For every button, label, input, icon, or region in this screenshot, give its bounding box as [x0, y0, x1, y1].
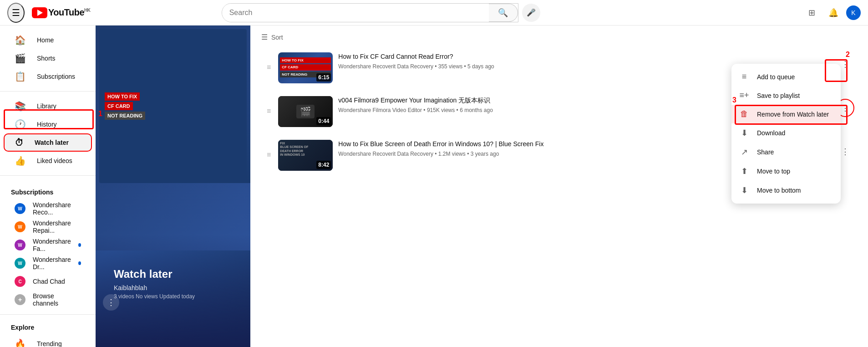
library-icon: 📚: [15, 101, 26, 112]
sidebar-item-subscriptions[interactable]: 📋 Subscriptions: [4, 67, 92, 86]
wondershare-reco-avatar: W: [15, 203, 25, 214]
youtube-logo[interactable]: YouTubeHK: [32, 7, 91, 18]
trending-icon: 🔥: [15, 338, 26, 347]
menu-item-remove-watch-later[interactable]: 🗑 Remove from Watch later: [731, 105, 841, 123]
sidebar-divider-1: [0, 91, 96, 92]
sidebar-item-liked-videos[interactable]: 👍 Liked videos: [4, 152, 92, 170]
video-thumb-1[interactable]: HOW TO FIX CF CARD NOT READING 6:15: [278, 52, 333, 83]
history-icon: 🕐: [15, 119, 26, 130]
new-indicator-2: [78, 261, 81, 265]
liked-videos-icon: 👍: [15, 155, 26, 166]
bell-icon: 🔔: [828, 8, 838, 18]
voice-search-button[interactable]: 🎤: [522, 4, 540, 22]
explore-title: Explore: [0, 320, 96, 335]
sidebar-item-watch-later[interactable]: ⏱ Watch later: [4, 133, 92, 152]
create-video-button[interactable]: ⊞: [802, 4, 821, 22]
playlist-video-thumb: HOW TO FIX CF CARD NOT READING: [96, 26, 250, 250]
sidebar-sub-wondershare-reco[interactable]: W Wondershare Reco...: [4, 199, 92, 218]
wondershare-fa-avatar: W: [15, 240, 25, 250]
sidebar-item-home[interactable]: 🏠 Home: [4, 31, 92, 49]
user-avatar[interactable]: K: [846, 5, 861, 20]
video-thumb-2[interactable]: 🎬 0:44: [278, 96, 333, 127]
playlist-author: Kaiblahblah: [114, 284, 232, 291]
menu-item-save-playlist[interactable]: ≡+ Save to playlist: [731, 86, 841, 105]
wondershare-repai-avatar: W: [15, 221, 25, 232]
video-duration-3: 8:42: [316, 161, 331, 169]
shorts-icon: 🎬: [15, 53, 26, 64]
move-top-icon: ⬆: [739, 166, 750, 176]
menu-item-share[interactable]: ↗ Share: [731, 143, 841, 162]
save-playlist-icon: ≡+: [739, 91, 750, 100]
download-icon: ⬇: [739, 128, 750, 138]
sidebar-item-trending[interactable]: 🔥 Trending: [4, 335, 92, 347]
search-bar: 🔍: [222, 3, 518, 22]
drag-handle-1[interactable]: ≡: [265, 63, 273, 71]
youtube-logo-icon: [32, 7, 47, 18]
video-title-1: How to Fix CF Card Cannot Read Error?: [338, 52, 832, 61]
sidebar-sub-wondershare-fa[interactable]: W Wondershare Fa...: [4, 236, 92, 254]
search-button[interactable]: 🔍: [489, 4, 518, 22]
subscriptions-section-title: Subscriptions: [0, 181, 96, 199]
sidebar: 🏠 Home 🎬 Shorts 📋 Subscriptions 📚 Librar…: [0, 26, 96, 347]
home-icon: 🏠: [15, 35, 26, 46]
sidebar-sub-wondershare-dr[interactable]: W Wondershare Dr...: [4, 254, 92, 272]
menu-item-move-top[interactable]: ⬆ Move to top: [731, 162, 841, 181]
drag-handle-2[interactable]: ≡: [265, 107, 273, 115]
sidebar-item-library[interactable]: 📚 Library: [4, 97, 92, 115]
share-icon: ↗: [739, 147, 750, 157]
microphone-icon: 🎤: [527, 8, 536, 17]
search-input[interactable]: [222, 4, 489, 22]
playlist-info: Watch later Kaiblahblah 3 videos No view…: [107, 260, 239, 314]
create-icon: ⊞: [808, 8, 815, 18]
trash-icon: 🗑: [739, 109, 750, 119]
three-dots-icon-1: ⋮: [841, 59, 849, 69]
playlist-panel: HOW TO FIX CF CARD NOT READING Watch lat…: [96, 26, 250, 347]
new-indicator: [78, 243, 81, 247]
chad-chad-avatar: C: [15, 276, 25, 287]
notifications-button[interactable]: 🔔: [824, 4, 843, 22]
sidebar-browse-channels[interactable]: + Browse channels: [4, 291, 92, 309]
browse-channels-icon: +: [15, 294, 25, 305]
sort-bar[interactable]: ☰ Sort: [261, 33, 857, 41]
watch-later-icon: ⏱: [15, 138, 24, 148]
sidebar-item-shorts[interactable]: 🎬 Shorts: [4, 49, 92, 67]
sidebar-item-history[interactable]: 🕐 History: [4, 115, 92, 133]
playlist-title: Watch later: [114, 268, 232, 281]
sidebar-sub-chad-chad[interactable]: C Chad Chad: [4, 272, 92, 291]
hamburger-menu-button[interactable]: ☰: [7, 3, 25, 23]
three-dots-icon-3: ⋮: [841, 147, 849, 157]
video-duration-2: 0:44: [316, 117, 331, 125]
playlist-meta: 3 videos No views Updated today: [114, 293, 232, 300]
context-menu: ≡ Add to queue ≡+ Save to playlist 🗑 Rem…: [731, 64, 841, 204]
sort-icon: ☰: [261, 33, 268, 41]
sidebar-divider-2: [0, 175, 96, 176]
move-bottom-icon: ⬇: [739, 185, 750, 195]
menu-item-move-bottom[interactable]: ⬇ Move to bottom: [731, 181, 841, 200]
video-duration-1: 6:15: [316, 73, 331, 82]
three-dots-icon-2: ⋮: [841, 103, 849, 113]
sort-label: Sort: [271, 34, 283, 41]
drag-handle-3[interactable]: ≡: [265, 151, 273, 159]
menu-item-download[interactable]: ⬇ Download: [731, 123, 841, 143]
menu-item-add-queue[interactable]: ≡ Add to queue: [731, 67, 841, 86]
youtube-logo-text: YouTubeHK: [48, 7, 91, 18]
video-thumb-3[interactable]: FIXBLUE SCREEN OFDEATH ERRORIN WINDOWS 1…: [278, 140, 333, 171]
sidebar-sub-wondershare-repai[interactable]: W Wondershare Repai...: [4, 218, 92, 236]
subscriptions-icon: 📋: [15, 71, 26, 82]
wondershare-dr-avatar: W: [15, 258, 25, 269]
search-icon: 🔍: [498, 8, 508, 18]
sidebar-divider-3: [0, 314, 96, 315]
add-queue-icon: ≡: [739, 72, 750, 82]
